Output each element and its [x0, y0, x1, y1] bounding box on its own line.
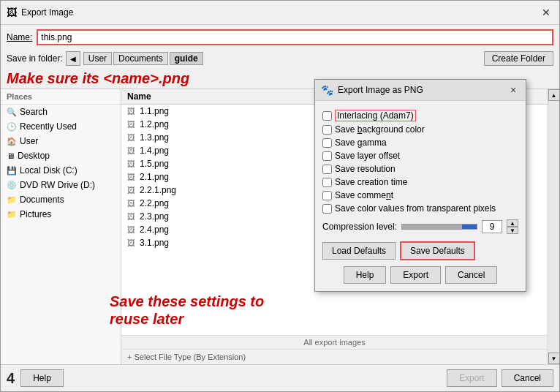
- file-name: 1.1.png: [140, 106, 169, 116]
- places-item-dvd-drive[interactable]: 💿 DVD RW Drive (D:): [1, 178, 121, 192]
- option-bg-color: Save background color: [322, 123, 518, 136]
- file-icon: 🖼: [127, 186, 135, 195]
- scrollbar-up-button[interactable]: ▲: [548, 89, 560, 101]
- step-number: 4: [7, 370, 15, 387]
- compression-row: Compression level: ▲ ▼: [322, 219, 518, 234]
- compression-slider[interactable]: [401, 224, 477, 230]
- file-icon: 🖼: [127, 225, 135, 234]
- places-item-recently-used[interactable]: 🕒 Recently Used: [1, 119, 121, 134]
- places-header: Places: [1, 89, 121, 105]
- export-button[interactable]: Export: [447, 369, 497, 387]
- gamma-label: Save gamma: [335, 137, 387, 148]
- places-documents-label: Documents: [20, 195, 64, 205]
- compression-up-button[interactable]: ▲: [507, 219, 518, 227]
- png-bottom-row: Help Export Cancel: [322, 266, 518, 284]
- comment-label: Save comment: [335, 190, 393, 200]
- png-export-dialog: 🐾 Export Image as PNG × Interlacing (Ada…: [314, 79, 526, 292]
- resolution-label: Save resolution: [335, 164, 396, 174]
- option-layer-offset: Save layer offset: [322, 149, 518, 162]
- file-icon: 🖼: [127, 159, 135, 168]
- compression-label: Compression level:: [322, 222, 397, 232]
- bottom-bar: 4 Help Export Cancel: [1, 364, 559, 391]
- file-name: 1.3.png: [140, 132, 169, 143]
- places-item-documents[interactable]: 📁 Documents: [1, 192, 121, 207]
- save-defaults-button[interactable]: Save Defaults: [400, 241, 475, 260]
- places-item-pictures[interactable]: 📁 Pictures: [1, 207, 121, 222]
- png-export-button[interactable]: Export: [390, 266, 441, 284]
- search-icon: 🔍: [7, 108, 17, 117]
- option-color-values: Save color values from transparent pixel…: [322, 202, 518, 215]
- places-item-user[interactable]: 🏠 User: [1, 134, 121, 148]
- dialog-icon: 🖼: [7, 7, 17, 18]
- bg-color-label: Save background color: [335, 124, 425, 135]
- places-item-search[interactable]: 🔍 Search: [1, 105, 121, 119]
- option-resolution: Save resolution: [322, 162, 518, 176]
- file-name: 2.4.png: [140, 225, 169, 235]
- pictures-icon: 📁: [7, 210, 17, 219]
- file-name: 1.5.png: [140, 159, 169, 169]
- breadcrumb-guide[interactable]: guide: [170, 52, 203, 65]
- file-icon: 🖼: [127, 120, 135, 129]
- places-item-desktop[interactable]: 🖥 Desktop: [1, 148, 121, 163]
- option-gamma: Save gamma: [322, 136, 518, 149]
- file-type-row[interactable]: + Select File Type (By Extension): [121, 349, 548, 364]
- png-help-button[interactable]: Help: [344, 266, 387, 284]
- layer-offset-label: Save layer offset: [335, 151, 400, 161]
- places-search-label: Search: [20, 107, 48, 117]
- close-button[interactable]: ✕: [539, 5, 553, 20]
- png-close-button[interactable]: ×: [507, 83, 520, 97]
- name-input[interactable]: [37, 29, 553, 45]
- file-name: 2.1.png: [140, 172, 169, 182]
- layer-offset-checkbox[interactable]: [322, 151, 332, 161]
- resolution-checkbox[interactable]: [322, 165, 332, 174]
- help-button[interactable]: Help: [20, 369, 64, 387]
- png-dialog-body: Interlacing (Adam7) Save background colo…: [315, 101, 526, 291]
- png-cancel-button[interactable]: Cancel: [445, 266, 497, 284]
- png-dialog-title-bar: 🐾 Export Image as PNG ×: [315, 80, 526, 101]
- scrollbar-track[interactable]: [548, 101, 560, 353]
- file-icon: 🖼: [127, 212, 135, 221]
- name-label: Name:: [7, 32, 32, 42]
- creation-time-checkbox[interactable]: [322, 178, 332, 187]
- file-name: 3.1.png: [140, 238, 169, 248]
- file-icon: 🖼: [127, 133, 135, 142]
- option-interlacing: Interlacing (Adam7): [322, 108, 518, 123]
- dvd-drive-icon: 💿: [7, 181, 17, 190]
- folder-label: Save in folder:: [7, 53, 63, 64]
- compression-down-button[interactable]: ▼: [507, 227, 518, 234]
- bg-color-checkbox[interactable]: [322, 125, 332, 135]
- compression-value-input[interactable]: [482, 220, 502, 233]
- breadcrumb-documents[interactable]: Documents: [113, 52, 168, 65]
- color-values-checkbox[interactable]: [322, 204, 332, 214]
- file-name: 1.2.png: [140, 119, 169, 129]
- breadcrumb-user[interactable]: User: [83, 52, 112, 65]
- places-user-label: User: [20, 136, 38, 146]
- create-folder-button[interactable]: Create Folder: [484, 51, 553, 66]
- folder-row: Save in folder: ◀ User Documents guide C…: [1, 50, 559, 69]
- file-name: 2.2.png: [140, 198, 169, 208]
- name-row: Name:: [1, 25, 559, 50]
- cancel-button[interactable]: Cancel: [502, 369, 553, 387]
- dialog-title: Export Image: [21, 7, 534, 18]
- interlacing-checkbox[interactable]: [322, 111, 332, 121]
- title-bar: 🖼 Export Image ✕: [1, 1, 559, 25]
- places-item-local-disk[interactable]: 💾 Local Disk (C:): [1, 163, 121, 178]
- png-dialog-title-text: Export Image as PNG: [338, 85, 502, 95]
- interlacing-label: Interlacing (Adam7): [335, 110, 416, 121]
- scrollbar-down-button[interactable]: ▼: [548, 353, 560, 364]
- file-icon: 🖼: [127, 107, 135, 116]
- comment-checkbox[interactable]: [322, 191, 332, 200]
- gamma-checkbox[interactable]: [322, 138, 332, 148]
- places-pictures-label: Pictures: [20, 209, 51, 219]
- all-export-label: All export images: [121, 335, 548, 349]
- desktop-icon: 🖥: [7, 151, 15, 160]
- option-creation-time: Save creation time: [322, 176, 518, 189]
- places-recently-used-label: Recently Used: [20, 121, 77, 132]
- compression-spinners: ▲ ▼: [507, 219, 518, 234]
- recently-used-icon: 🕒: [7, 122, 17, 132]
- bottom-right-buttons: Export Cancel: [447, 369, 553, 387]
- file-name: 1.4.png: [140, 146, 169, 156]
- load-defaults-button[interactable]: Load Defaults: [322, 242, 396, 260]
- file-name: 2.2.1.png: [140, 185, 176, 195]
- folder-back-button[interactable]: ◀: [66, 51, 80, 66]
